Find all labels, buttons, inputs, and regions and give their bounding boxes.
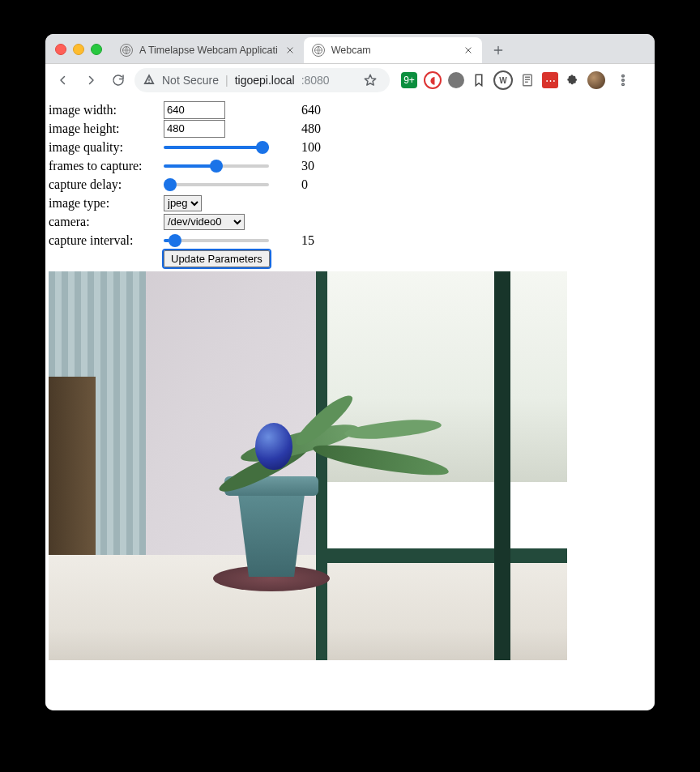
extensions-menu-icon[interactable] [565, 72, 581, 88]
extension-icon[interactable] [519, 72, 536, 88]
fullscreen-window-button[interactable] [91, 44, 102, 55]
close-window-button[interactable] [55, 44, 66, 55]
close-tab-icon[interactable] [463, 45, 474, 56]
minimize-window-button[interactable] [73, 44, 84, 55]
close-tab-icon[interactable] [284, 45, 296, 56]
globe-icon [312, 44, 325, 57]
slider-image-quality[interactable] [164, 140, 269, 155]
extension-icon[interactable]: ⋯ [542, 72, 558, 88]
label-image-type: image type: [49, 196, 164, 211]
label-capture-interval: capture interval: [49, 233, 164, 248]
forward-button[interactable] [79, 69, 102, 92]
update-parameters-button[interactable]: Update Parameters [164, 250, 270, 267]
profile-avatar[interactable] [587, 71, 605, 89]
bookmark-star-icon[interactable] [359, 69, 382, 92]
tab-title: Webcam [331, 45, 456, 56]
label-frames-to-capture: frames to capture: [49, 159, 164, 173]
svg-point-5 [622, 83, 625, 86]
select-camera[interactable]: /dev/video0 [164, 214, 245, 230]
label-image-height: image height: [49, 122, 164, 136]
label-image-quality: image quality: [49, 140, 164, 155]
slider-capture-delay[interactable] [164, 177, 269, 192]
extensions: 9+ ◖ W ⋯ [401, 69, 634, 92]
value-image-height: 480 [301, 122, 366, 136]
window-controls [45, 44, 112, 63]
extension-icon[interactable]: W [493, 70, 513, 90]
svg-point-3 [622, 75, 625, 77]
slider-frames-to-capture[interactable] [164, 159, 269, 173]
new-tab-button[interactable] [487, 39, 510, 62]
label-image-width: image width: [49, 103, 164, 117]
browser-window: A Timelapse Webcam Applicati Webcam [45, 34, 655, 710]
label-capture-delay: capture delay: [49, 177, 164, 192]
value-capture-interval: 15 [301, 233, 366, 248]
url-host: tigoepi.local [235, 74, 295, 87]
extension-icon[interactable] [448, 72, 464, 88]
value-frames-to-capture: 30 [301, 159, 366, 173]
separator: | [225, 74, 228, 87]
tab-timelapse[interactable]: A Timelapse Webcam Applicati [112, 37, 304, 63]
reload-button[interactable] [107, 69, 130, 92]
value-image-width: 640 [301, 103, 366, 117]
svg-point-4 [622, 79, 625, 82]
webcam-image [49, 271, 567, 660]
address-bar[interactable]: Not Secure | tigoepi.local:8080 [134, 68, 390, 92]
page-content: image width: 640 image height: 480 image… [45, 96, 655, 710]
titlebar: A Timelapse Webcam Applicati Webcam [45, 34, 655, 64]
input-image-width[interactable] [164, 101, 225, 119]
value-capture-delay: 0 [301, 177, 366, 192]
label-camera: camera: [49, 215, 164, 229]
value-image-quality: 100 [301, 140, 366, 155]
not-secure-icon [143, 73, 156, 88]
input-image-height[interactable] [164, 120, 225, 138]
extension-icon[interactable]: ◖ [424, 71, 442, 89]
tab-title: A Timelapse Webcam Applicati [139, 45, 278, 56]
extension-icon[interactable] [471, 72, 487, 88]
back-button[interactable] [52, 69, 75, 92]
browser-menu-icon[interactable] [612, 69, 634, 92]
globe-icon [120, 44, 133, 57]
security-label: Not Secure [162, 74, 219, 87]
tab-strip: A Timelapse Webcam Applicati Webcam [112, 34, 655, 63]
tab-webcam[interactable]: Webcam [304, 37, 482, 63]
url-port: :8080 [301, 74, 330, 87]
select-image-type[interactable]: jpeg [164, 195, 202, 211]
parameters-form: image width: 640 image height: 480 image… [45, 96, 655, 268]
slider-capture-interval[interactable] [164, 233, 269, 248]
toolbar: Not Secure | tigoepi.local:8080 9+ ◖ W ⋯ [45, 64, 655, 97]
extension-icon[interactable]: 9+ [401, 72, 417, 88]
